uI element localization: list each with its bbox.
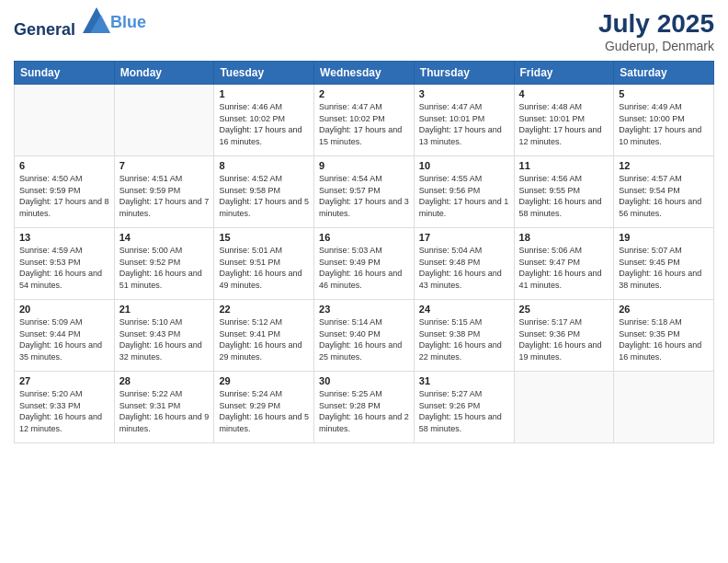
day-number: 10: [419, 160, 509, 171]
calendar-cell: 19Sunrise: 5:07 AMSunset: 9:45 PMDayligh…: [614, 228, 714, 300]
calendar-cell: 7Sunrise: 4:51 AMSunset: 9:59 PMDaylight…: [114, 156, 214, 228]
day-info: Sunrise: 5:17 AMSunset: 9:36 PMDaylight:…: [519, 316, 609, 362]
day-info: Sunrise: 5:10 AMSunset: 9:43 PMDaylight:…: [119, 316, 210, 362]
day-number: 28: [119, 375, 210, 386]
logo-blue: Blue: [110, 13, 146, 31]
day-number: 15: [219, 232, 309, 243]
day-number: 3: [419, 88, 509, 99]
calendar-cell: 22Sunrise: 5:12 AMSunset: 9:41 PMDayligh…: [214, 300, 314, 372]
day-info: Sunrise: 4:47 AMSunset: 10:01 PMDaylight…: [419, 101, 509, 147]
calendar-cell: 13Sunrise: 4:59 AMSunset: 9:53 PMDayligh…: [15, 228, 115, 300]
month-year: July 2025: [598, 9, 714, 39]
day-info: Sunrise: 5:00 AMSunset: 9:52 PMDaylight:…: [119, 245, 210, 291]
calendar-cell: 4Sunrise: 4:48 AMSunset: 10:01 PMDayligh…: [514, 85, 614, 156]
calendar-cell: 12Sunrise: 4:57 AMSunset: 9:54 PMDayligh…: [614, 156, 714, 228]
day-info: Sunrise: 5:14 AMSunset: 9:40 PMDaylight:…: [319, 316, 409, 362]
calendar-cell: 8Sunrise: 4:52 AMSunset: 9:58 PMDaylight…: [214, 156, 314, 228]
day-number: 2: [319, 88, 409, 99]
day-info: Sunrise: 5:07 AMSunset: 9:45 PMDaylight:…: [619, 245, 709, 291]
calendar-cell: 31Sunrise: 5:27 AMSunset: 9:26 PMDayligh…: [414, 372, 514, 443]
day-number: 18: [519, 232, 609, 243]
weekday-header: Saturday: [614, 62, 714, 85]
week-row: 27Sunrise: 5:20 AMSunset: 9:33 PMDayligh…: [15, 372, 714, 443]
day-number: 11: [519, 160, 609, 171]
calendar-cell: 29Sunrise: 5:24 AMSunset: 9:29 PMDayligh…: [214, 372, 314, 443]
day-info: Sunrise: 4:51 AMSunset: 9:59 PMDaylight:…: [119, 173, 210, 219]
calendar-cell: 21Sunrise: 5:10 AMSunset: 9:43 PMDayligh…: [114, 300, 214, 372]
title-area: July 2025 Guderup, Denmark: [598, 9, 714, 53]
calendar-cell: 15Sunrise: 5:01 AMSunset: 9:51 PMDayligh…: [214, 228, 314, 300]
logo-icon: [83, 7, 110, 33]
header: General Blue July 2025 Guderup, Denmark: [14, 9, 714, 53]
logo: General Blue: [14, 9, 146, 40]
day-info: Sunrise: 4:52 AMSunset: 9:58 PMDaylight:…: [219, 173, 309, 219]
day-info: Sunrise: 4:50 AMSunset: 9:59 PMDaylight:…: [19, 173, 109, 219]
logo-general: General: [14, 20, 75, 39]
day-info: Sunrise: 5:15 AMSunset: 9:38 PMDaylight:…: [419, 316, 509, 362]
day-number: 26: [619, 304, 709, 315]
day-number: 6: [19, 160, 109, 171]
calendar-cell: 10Sunrise: 4:55 AMSunset: 9:56 PMDayligh…: [414, 156, 514, 228]
week-row: 1Sunrise: 4:46 AMSunset: 10:02 PMDayligh…: [15, 85, 714, 156]
weekday-header: Friday: [514, 62, 614, 85]
calendar-cell: [514, 372, 614, 443]
day-info: Sunrise: 5:12 AMSunset: 9:41 PMDaylight:…: [219, 316, 309, 362]
day-number: 29: [219, 375, 309, 386]
page: General Blue July 2025 Guderup, Denmark: [0, 0, 728, 563]
day-number: 16: [319, 232, 409, 243]
week-row: 13Sunrise: 4:59 AMSunset: 9:53 PMDayligh…: [15, 228, 714, 300]
week-row: 6Sunrise: 4:50 AMSunset: 9:59 PMDaylight…: [15, 156, 714, 228]
calendar-cell: 24Sunrise: 5:15 AMSunset: 9:38 PMDayligh…: [414, 300, 514, 372]
day-number: 13: [19, 232, 109, 243]
calendar-cell: 1Sunrise: 4:46 AMSunset: 10:02 PMDayligh…: [214, 85, 314, 156]
day-info: Sunrise: 4:59 AMSunset: 9:53 PMDaylight:…: [19, 245, 109, 291]
day-number: 31: [419, 375, 509, 386]
day-number: 17: [419, 232, 509, 243]
calendar-cell: 2Sunrise: 4:47 AMSunset: 10:02 PMDayligh…: [314, 85, 415, 156]
day-number: 23: [319, 304, 409, 315]
day-number: 7: [119, 160, 210, 171]
weekday-header: Thursday: [414, 62, 514, 85]
week-row: 20Sunrise: 5:09 AMSunset: 9:44 PMDayligh…: [15, 300, 714, 372]
day-number: 19: [619, 232, 709, 243]
calendar-table: SundayMondayTuesdayWednesdayThursdayFrid…: [14, 61, 714, 443]
location: Guderup, Denmark: [598, 39, 714, 53]
calendar-cell: 26Sunrise: 5:18 AMSunset: 9:35 PMDayligh…: [614, 300, 714, 372]
day-info: Sunrise: 5:27 AMSunset: 9:26 PMDaylight:…: [419, 388, 509, 434]
day-number: 27: [19, 375, 109, 386]
calendar-cell: [114, 85, 214, 156]
day-info: Sunrise: 4:57 AMSunset: 9:54 PMDaylight:…: [619, 173, 709, 219]
weekday-header: Tuesday: [214, 62, 314, 85]
calendar-cell: 14Sunrise: 5:00 AMSunset: 9:52 PMDayligh…: [114, 228, 214, 300]
day-number: 14: [119, 232, 210, 243]
calendar-cell: 5Sunrise: 4:49 AMSunset: 10:00 PMDayligh…: [614, 85, 714, 156]
day-info: Sunrise: 5:06 AMSunset: 9:47 PMDaylight:…: [519, 245, 609, 291]
day-number: 1: [219, 88, 309, 99]
day-info: Sunrise: 5:04 AMSunset: 9:48 PMDaylight:…: [419, 245, 509, 291]
day-number: 4: [519, 88, 609, 99]
day-number: 12: [619, 160, 709, 171]
day-number: 20: [19, 304, 109, 315]
calendar-cell: 23Sunrise: 5:14 AMSunset: 9:40 PMDayligh…: [314, 300, 415, 372]
day-info: Sunrise: 5:03 AMSunset: 9:49 PMDaylight:…: [319, 245, 409, 291]
calendar-cell: 20Sunrise: 5:09 AMSunset: 9:44 PMDayligh…: [15, 300, 115, 372]
day-info: Sunrise: 4:49 AMSunset: 10:00 PMDaylight…: [619, 101, 709, 147]
day-info: Sunrise: 4:56 AMSunset: 9:55 PMDaylight:…: [519, 173, 609, 219]
day-number: 21: [119, 304, 210, 315]
calendar-cell: 18Sunrise: 5:06 AMSunset: 9:47 PMDayligh…: [514, 228, 614, 300]
day-info: Sunrise: 5:20 AMSunset: 9:33 PMDaylight:…: [19, 388, 109, 434]
day-info: Sunrise: 5:25 AMSunset: 9:28 PMDaylight:…: [319, 388, 409, 434]
calendar-cell: 17Sunrise: 5:04 AMSunset: 9:48 PMDayligh…: [414, 228, 514, 300]
day-info: Sunrise: 5:09 AMSunset: 9:44 PMDaylight:…: [19, 316, 109, 362]
weekday-header: Monday: [114, 62, 214, 85]
day-number: 24: [419, 304, 509, 315]
day-info: Sunrise: 4:54 AMSunset: 9:57 PMDaylight:…: [319, 173, 409, 219]
calendar-cell: [15, 85, 115, 156]
weekday-header-row: SundayMondayTuesdayWednesdayThursdayFrid…: [15, 62, 714, 85]
day-info: Sunrise: 5:22 AMSunset: 9:31 PMDaylight:…: [119, 388, 210, 434]
calendar-cell: 30Sunrise: 5:25 AMSunset: 9:28 PMDayligh…: [314, 372, 415, 443]
calendar-cell: 27Sunrise: 5:20 AMSunset: 9:33 PMDayligh…: [15, 372, 115, 443]
calendar-cell: 6Sunrise: 4:50 AMSunset: 9:59 PMDaylight…: [15, 156, 115, 228]
calendar-cell: 16Sunrise: 5:03 AMSunset: 9:49 PMDayligh…: [314, 228, 415, 300]
day-info: Sunrise: 4:55 AMSunset: 9:56 PMDaylight:…: [419, 173, 509, 219]
